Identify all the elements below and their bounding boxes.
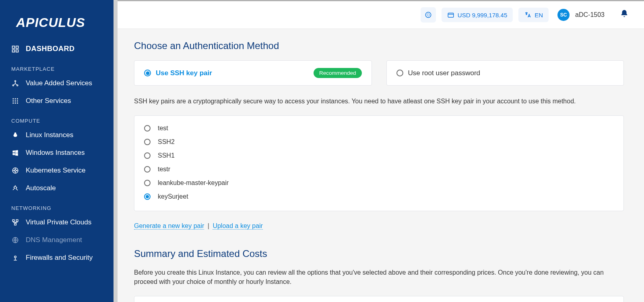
section-networking: NETWORKING (0, 197, 114, 214)
globe-icon (425, 11, 432, 18)
radio-icon (144, 166, 151, 173)
ssh-key-row[interactable]: leankube-master-keypair (144, 176, 614, 190)
svg-rect-2 (12, 49, 15, 52)
svg-point-24 (427, 14, 429, 16)
vpc-icon (11, 218, 19, 226)
nav-linux[interactable]: Linux Instances (0, 126, 114, 144)
brand-logo: APICULUS (0, 15, 114, 40)
svg-rect-20 (14, 223, 17, 225)
svg-rect-1 (16, 46, 19, 48)
ssh-key-row[interactable]: keySurjeet (144, 190, 614, 203)
svg-point-15 (17, 103, 18, 104)
balance-text: USD 9,999,178.45 (458, 12, 507, 18)
radio-icon (144, 180, 151, 186)
auth-option-root[interactable]: Use root user password (386, 60, 624, 86)
svg-point-8 (15, 98, 16, 99)
svg-rect-19 (16, 220, 18, 222)
auth-option-root-label: Use root user password (408, 69, 481, 77)
radio-icon (144, 70, 151, 76)
nav-dns-label: DNS Management (26, 236, 82, 244)
radio-icon (144, 139, 151, 145)
svg-point-9 (17, 98, 18, 99)
auth-option-row: Use SSH key pair Recommended Use root us… (134, 60, 624, 86)
translate-icon (524, 11, 531, 18)
nav-vas[interactable]: Value Added Services (0, 74, 114, 92)
language-pill[interactable]: EN (518, 8, 549, 22)
summary-description: Before you create this Linux Instance, y… (134, 268, 624, 286)
nav-dashboard[interactable]: DASHBOARD (0, 40, 114, 58)
svg-point-10 (12, 101, 14, 102)
avatar: SC (557, 9, 570, 21)
scrollbar[interactable] (114, 0, 118, 302)
auth-section-title: Choose an Authentication Method (134, 40, 624, 51)
recommended-badge: Recommended (314, 68, 362, 78)
svg-rect-0 (12, 46, 15, 48)
account-name: aDC-1503 (575, 11, 605, 18)
svg-point-22 (14, 256, 17, 258)
wallet-icon (447, 11, 454, 18)
nav-windows-label: Windows Instances (26, 149, 85, 157)
ssh-key-row[interactable]: test (144, 121, 614, 135)
generate-key-link[interactable]: Generate a new key pair (134, 222, 204, 230)
ssh-key-name: leankube-master-keypair (158, 179, 229, 187)
ssh-key-row[interactable]: SSH1 (144, 149, 614, 162)
svg-rect-18 (12, 220, 14, 222)
svg-point-13 (12, 103, 14, 104)
ssh-key-row[interactable]: testr (144, 162, 614, 176)
ssh-key-name: keySurjeet (158, 193, 188, 200)
section-compute: COMPUTE (0, 110, 114, 126)
summary-box: SELECTIONS HOURLY MONTHLY (134, 296, 624, 302)
nav-vpc-label: Virtual Private Clouds (26, 218, 91, 226)
linux-icon (11, 131, 19, 139)
nav-firewalls-label: Firewalls and Security (26, 254, 93, 262)
ssh-key-list: testSSH2SSH1testrleankube-master-keypair… (134, 115, 624, 211)
svg-point-23 (425, 12, 431, 18)
nav-kubernetes[interactable]: Kubernetes Service (0, 162, 114, 179)
header: USD 9,999,178.45 EN SC aDC-1503 (114, 0, 644, 29)
svg-point-12 (17, 101, 18, 102)
region-button[interactable] (421, 7, 436, 23)
section-marketplace: MARKETPLACE (0, 58, 114, 74)
shield-icon (11, 254, 19, 262)
nav-linux-label: Linux Instances (26, 131, 73, 139)
nav-firewalls[interactable]: Firewalls and Security (0, 249, 114, 267)
nav-vas-label: Value Added Services (26, 79, 92, 87)
ssh-key-name: SSH2 (158, 138, 175, 146)
ssh-key-row[interactable]: SSH2 (144, 135, 614, 149)
nav-dashboard-label: DASHBOARD (26, 45, 75, 53)
ssh-key-name: testr (158, 166, 170, 173)
ssh-key-name: SSH1 (158, 152, 175, 159)
auth-description: SSH key pairs are a cryptographically se… (134, 97, 624, 106)
radio-icon (396, 70, 403, 76)
radio-icon (144, 152, 151, 159)
autoscale-icon (11, 184, 19, 192)
ssh-key-name: test (158, 125, 168, 132)
upload-key-link[interactable]: Upload a key pair (213, 222, 263, 230)
svg-point-11 (15, 101, 16, 102)
auth-option-ssh-label: Use SSH key pair (156, 69, 212, 77)
key-links: Generate a new key pair | Upload a key p… (134, 222, 624, 230)
radio-icon (144, 193, 151, 200)
svg-rect-3 (16, 49, 19, 52)
nav-other-label: Other Services (26, 97, 71, 105)
nav-autoscale[interactable]: Autoscale (0, 179, 114, 197)
nav-other[interactable]: Other Services (0, 92, 114, 110)
sidebar: APICULUS DASHBOARD MARKETPLACE Value Add… (0, 0, 114, 302)
account-area[interactable]: SC aDC-1503 (554, 9, 607, 21)
dns-icon (11, 236, 19, 244)
nav-autoscale-label: Autoscale (26, 184, 56, 192)
bell-icon (620, 9, 629, 18)
notifications-button[interactable] (620, 9, 629, 21)
svg-point-4 (15, 80, 16, 82)
radio-icon (144, 125, 151, 131)
nav-kubernetes-label: Kubernetes Service (26, 166, 85, 175)
auth-option-ssh[interactable]: Use SSH key pair Recommended (134, 60, 372, 86)
kubernetes-icon (11, 166, 19, 175)
dashboard-icon (11, 45, 19, 53)
svg-point-7 (12, 98, 14, 99)
nav-windows[interactable]: Windows Instances (0, 144, 114, 162)
balance-pill[interactable]: USD 9,999,178.45 (442, 8, 513, 22)
nav-vpc[interactable]: Virtual Private Clouds (0, 214, 114, 231)
nav-dns[interactable]: DNS Management (0, 231, 114, 249)
svg-rect-25 (448, 13, 454, 18)
